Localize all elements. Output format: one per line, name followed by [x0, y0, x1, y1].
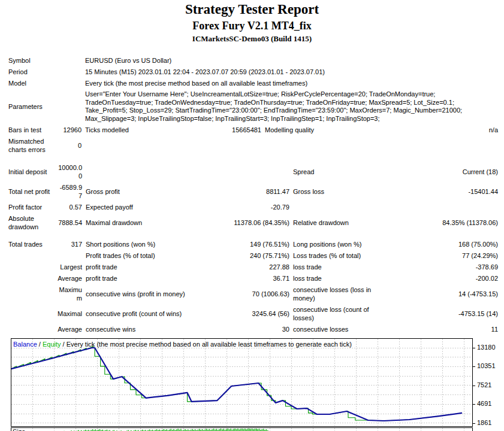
report-cell — [8, 262, 56, 273]
report-cell: Ticks modelled — [82, 125, 171, 136]
report-cell: 77 (24.29%) — [385, 250, 498, 262]
report-cell: 317 — [56, 239, 82, 250]
report-cell: n/a — [363, 125, 498, 136]
report-cell: -6589.97 — [56, 182, 82, 202]
main-chart-border — [11, 339, 472, 427]
size-panel-label: Size — [13, 428, 25, 431]
report-cell: 15665481 — [171, 125, 261, 136]
report-cell: loss trade — [289, 273, 385, 284]
report-cell: profit trade — [82, 273, 197, 284]
balance-equity-chart — [0, 338, 504, 431]
report-cell: Gross profit — [82, 182, 197, 202]
report-row: Profit factor0.57Expected payoff-20.79 — [8, 202, 498, 213]
report-cell: User="Enter Your Username Here"; UseIncr… — [82, 89, 498, 125]
report-row: Profit trades (% of total)240 (75.71%)Lo… — [8, 250, 498, 262]
spacer-row — [8, 233, 498, 239]
report-cell: 240 (75.71%) — [197, 250, 289, 262]
report-cell: Parameters — [8, 89, 56, 125]
report-cell: consecutive loss (count of losses) — [289, 304, 385, 324]
page-title: Strategy Tester Report — [0, 0, 504, 17]
report-cell: Total net profit — [8, 182, 56, 202]
report-cell — [385, 202, 498, 213]
report-cell: Long positions (won %) — [289, 239, 385, 250]
report-header: Strategy Tester Report Forex Fury V2.1 M… — [0, 0, 504, 44]
report-cell: 227.88 — [197, 262, 289, 273]
report-cell: 10000.00 — [56, 162, 82, 182]
report-cell: Spread — [289, 162, 385, 182]
report-row: Initial deposit10000.00SpreadCurrent (18… — [8, 162, 498, 182]
report-cell: Maximal — [56, 304, 82, 324]
report-cell: Every tick (the most precise method base… — [82, 78, 498, 89]
report-cell: Gross loss — [289, 182, 385, 202]
report-cell: consecutive wins — [82, 324, 197, 335]
y-axis-label: 13180 — [477, 344, 496, 351]
report-cell: 0 — [56, 136, 82, 156]
report-cell: Expected payoff — [82, 202, 197, 213]
balance-line — [11, 348, 462, 421]
report-cell — [8, 273, 56, 284]
report-cell: Mismatched charts errors — [8, 136, 56, 156]
report-cell: Model — [8, 78, 56, 89]
report-cell: Period — [8, 66, 56, 78]
report-cell: Absolute drawdown — [8, 213, 56, 233]
report-cell: profit trade — [82, 262, 197, 273]
report-cell — [56, 250, 82, 262]
report-cell — [56, 89, 82, 125]
report-cell: Current (18) — [385, 162, 498, 182]
report-cell: 30 — [197, 324, 289, 335]
report-cell — [261, 136, 363, 156]
legend-equity-label: Equity — [43, 341, 61, 348]
y-axis-label: 10351 — [477, 362, 496, 369]
report-cell: Maximal drawdown — [82, 213, 197, 233]
report-cell — [8, 304, 56, 324]
report-cell: 84.35% (11378.06) — [385, 213, 498, 233]
report-cell — [363, 136, 498, 156]
report-cell — [8, 233, 498, 239]
summary-table-results: Initial deposit10000.00SpreadCurrent (18… — [8, 162, 498, 335]
report-cell: Modelling quality — [261, 125, 363, 136]
report-cell: 3245.64 (56) — [197, 304, 289, 324]
y-axis-label: 4691 — [477, 400, 491, 407]
report-cell: consecutive losses (loss in money) — [289, 284, 385, 304]
report-cell: Symbol — [8, 55, 56, 66]
report-cell: consecutive losses — [289, 324, 385, 335]
report-cell: EURUSD (Euro vs US Dollar) — [82, 55, 498, 66]
report-cell: Average — [56, 324, 82, 335]
report-cell: 70 (1006.63) — [197, 284, 289, 304]
report-cell: -378.69 — [385, 262, 498, 273]
report-cell: Short positions (won %) — [82, 239, 197, 250]
report-cell: Bars in test — [8, 125, 56, 136]
legend-separator: / — [37, 341, 43, 348]
legend-model-text: Every tick (the most precise method base… — [67, 341, 352, 348]
report-row: ModelEvery tick (the most precise method… — [8, 78, 498, 89]
report-cell: consecutive profit (count of wins) — [82, 304, 197, 324]
report-cell: Largest — [56, 262, 82, 273]
report-cell — [8, 250, 56, 262]
report-cell: Loss trades (% of total) — [289, 250, 385, 262]
report-cell: 7888.54 — [56, 213, 82, 233]
report-cell: loss trade — [289, 262, 385, 273]
report-row: Bars in test12960Ticks modelled15665481M… — [8, 125, 498, 136]
report-cell: Profit factor — [8, 202, 56, 213]
report-cell: 15 Minutes (M15) 2023.01.01 22:04 - 2023… — [82, 66, 498, 78]
report-cell: 8811.47 — [197, 182, 289, 202]
report-cell — [56, 55, 82, 66]
report-cell: Total trades — [8, 239, 56, 250]
report-cell: 36.71 — [197, 273, 289, 284]
report-row: SymbolEURUSD (Euro vs US Dollar) — [8, 55, 498, 66]
report-cell: 11378.06 (84.35%) — [197, 213, 289, 233]
legend-balance-label: Balance — [13, 341, 37, 348]
report-row: Maximumconsecutive wins (profit in money… — [8, 284, 498, 304]
report-cell: Average — [56, 273, 82, 284]
report-row: Total trades317Short positions (won %)14… — [8, 239, 498, 250]
report-cell: -200.02 — [385, 273, 498, 284]
equity-line — [11, 347, 462, 421]
report-cell: -20.79 — [197, 202, 289, 213]
size-bars — [11, 429, 463, 431]
report-cell — [8, 284, 56, 304]
report-cell: 14 (-4753.15) — [385, 284, 498, 304]
legend-separator: / — [61, 341, 67, 348]
chart-legend: Balance / Equity / Every tick (the most … — [13, 341, 352, 348]
summary-table-settings: SymbolEURUSD (Euro vs US Dollar)Period15… — [8, 55, 498, 156]
report-cell — [171, 136, 261, 156]
